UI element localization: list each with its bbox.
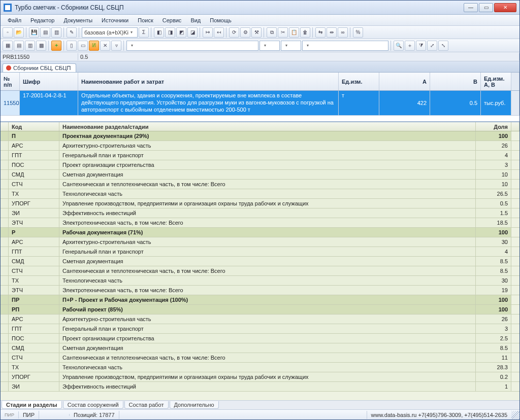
find-icon[interactable]: 🔍 — [394, 41, 404, 51]
tb-c-icon[interactable]: ◩ — [176, 27, 186, 38]
unlink-icon[interactable]: ⇹ — [327, 27, 337, 38]
table-row[interactable]: ГПТГенеральный план и транспорт4 — [1, 247, 519, 257]
col-uab[interactable]: Ед.изм. A, B — [481, 73, 511, 90]
col-code[interactable]: Шифр — [20, 73, 78, 90]
tab-close-icon[interactable] — [6, 65, 11, 71]
menu-file[interactable]: Файл — [4, 16, 25, 24]
collapse-icon[interactable]: ⤡ — [438, 41, 448, 51]
table-row[interactable]: ЭИЭффективность инвестиций1 — [1, 382, 519, 392]
small-combo-1[interactable]: ▾ — [259, 41, 280, 51]
btab-stages[interactable]: Стадии и разделы — [2, 401, 62, 409]
table-row[interactable]: АРСАрхитектурно-строительная часть26 — [1, 314, 519, 324]
book-icon[interactable]: ▤ — [40, 27, 50, 38]
table-row[interactable]: ГПТГенеральный план и транспорт3 — [1, 324, 519, 334]
close-button[interactable]: ✕ — [494, 3, 516, 12]
lower-grid-body[interactable]: ППроектная документация (29%)100АРСАрхит… — [1, 131, 519, 400]
upper-scroll-cell[interactable] — [511, 91, 519, 115]
table-row[interactable]: СТЧСантехническая и теплотехническая час… — [1, 180, 519, 189]
tool-x-icon[interactable]: ✕ — [100, 41, 110, 51]
lcol-val[interactable]: Доля — [476, 122, 511, 131]
menu-sources[interactable]: Источники — [98, 16, 133, 24]
menu-documents[interactable]: Документы — [59, 16, 96, 24]
big-combo[interactable]: ▾ — [126, 41, 258, 51]
config-icon[interactable]: ⚒ — [251, 27, 262, 38]
maximize-button[interactable]: ▭ — [479, 3, 493, 12]
minimize-button[interactable]: — — [464, 3, 478, 12]
refresh-icon[interactable]: ⟳ — [229, 27, 239, 38]
table-row[interactable]: СМДСметная документация8.5 — [1, 257, 519, 266]
lcol-code[interactable]: Код — [9, 122, 59, 131]
table-row[interactable]: ГПТГенеральный план и транспорт4 — [1, 151, 519, 160]
table-row[interactable]: РПРабочий проект (85%)100 — [1, 305, 519, 314]
btab-compos-works[interactable]: Состав работ — [124, 401, 169, 409]
col-icon[interactable]: ▯ — [67, 41, 77, 51]
table-row[interactable]: ТХТехнологическая часть26.5 — [1, 189, 519, 199]
link-icon[interactable]: ⇆ — [315, 27, 326, 38]
arrow-in-icon[interactable]: ↤ — [214, 27, 224, 38]
table-row[interactable]: АРСАрхитектурно-строительная часть26 — [1, 141, 519, 151]
table-row[interactable]: СМДСметная документация10 — [1, 170, 519, 180]
big-combo-2[interactable]: ▾ — [302, 41, 388, 51]
expand-icon[interactable]: ⤢ — [427, 41, 437, 51]
top-tab-collections[interactable]: Сборники СБЦ, СБЦП — [3, 63, 76, 72]
col-unit[interactable]: Ед.изм. — [339, 73, 379, 90]
btab-extra[interactable]: Дополнительно — [170, 401, 219, 409]
tb-b-icon[interactable]: ◨ — [165, 27, 175, 38]
delete-icon[interactable]: 🗑 — [300, 27, 310, 38]
open-icon[interactable]: 📂 — [14, 27, 24, 38]
chain-icon[interactable]: ∞ — [338, 27, 348, 38]
grid4-icon[interactable]: ▩ — [36, 41, 46, 51]
col-b[interactable]: B — [430, 73, 481, 90]
table-row[interactable]: ЭИЭффективность инвестиций1.5 — [1, 208, 519, 218]
table-row[interactable]: РРабочая документация (71%)100 — [1, 228, 519, 237]
funnel-icon[interactable]: ⧩ — [416, 41, 426, 51]
table-row[interactable]: УПОРГУправление производством, предприят… — [1, 372, 519, 382]
menu-search[interactable]: Поиск — [134, 16, 157, 24]
new-icon[interactable]: ▫ — [3, 27, 13, 38]
upper-grid-row[interactable]: 11550 17-2001-04-2-8-1 Отдельные объекты… — [1, 91, 519, 115]
table-row[interactable]: ТХТехнологическая часть28.3 — [1, 363, 519, 372]
cut-icon[interactable]: ✂ — [278, 27, 288, 38]
tb-d-icon[interactable]: ◪ — [187, 27, 198, 38]
table-row[interactable]: ППроектная документация (29%)100 — [1, 131, 519, 141]
col-name[interactable]: Наименование работ и затрат — [78, 73, 339, 90]
table-row[interactable]: АРСАрхитектурно-строительная часть30 — [1, 237, 519, 247]
menu-editor[interactable]: Редактор — [26, 16, 58, 24]
grid3-icon[interactable]: ▥ — [25, 41, 35, 51]
resize-grip-icon[interactable] — [511, 411, 519, 419]
table-row[interactable]: СТЧСантехническая и теплотехническая час… — [1, 353, 519, 363]
table-row[interactable]: СМДСметная документация8.5 — [1, 343, 519, 353]
settings-icon[interactable]: ⚙ — [240, 27, 250, 38]
save-icon[interactable]: 💾 — [29, 27, 39, 38]
wrench-icon[interactable]: ✦ — [51, 41, 61, 51]
paste-icon[interactable]: 📋 — [289, 27, 299, 38]
table-row[interactable]: ПРП+Р - Проект и Рабочая документация (1… — [1, 295, 519, 305]
menu-help[interactable]: Помощь — [206, 16, 236, 24]
col-n[interactable]: № п/п — [1, 73, 20, 90]
add-row-icon[interactable]: ＋ — [405, 41, 415, 51]
sigma-icon[interactable]: Σ — [139, 27, 149, 38]
table-row[interactable]: УПОРГУправление производством, предприят… — [1, 199, 519, 208]
lcol-name[interactable]: Наименование раздела/стадии — [59, 122, 476, 131]
mode-combo[interactable]: базовая (a+bX)Ki▾ — [82, 27, 138, 38]
filter-row-icon[interactable]: ▿ — [111, 41, 121, 51]
table-row[interactable]: ЭТЧЭлектротехническая часть, в том числе… — [1, 286, 519, 295]
menu-view[interactable]: Вид — [186, 16, 205, 24]
table-row[interactable]: ПОСПроект организации строительства2.5 — [1, 334, 519, 343]
btab-compos-struct[interactable]: Состав сооружений — [63, 401, 123, 409]
row-icon[interactable]: ▭ — [78, 41, 88, 51]
table-row[interactable]: ЭТЧЭлектротехническая часть, в том числе… — [1, 218, 519, 228]
table-row[interactable]: СТЧСантехническая и теплотехническая час… — [1, 266, 519, 276]
copy-icon[interactable]: ⧉ — [267, 27, 277, 38]
menu-service[interactable]: Сервис — [158, 16, 186, 24]
grid2-icon[interactable]: ▤ — [14, 41, 24, 51]
col-a[interactable]: A — [379, 73, 430, 90]
doc-icon[interactable]: ▥ — [51, 27, 61, 38]
small-combo-2[interactable]: ▾ — [281, 41, 301, 51]
percent-icon[interactable]: % — [353, 27, 363, 38]
tb-a-icon[interactable]: ◧ — [154, 27, 164, 38]
table-row[interactable]: ПОСПроект организации строительства3 — [1, 160, 519, 170]
table-row[interactable]: ТХТехнологическая часть30 — [1, 276, 519, 286]
arrow-out-icon[interactable]: ↦ — [203, 27, 213, 38]
grid1-icon[interactable]: ▦ — [3, 41, 13, 51]
